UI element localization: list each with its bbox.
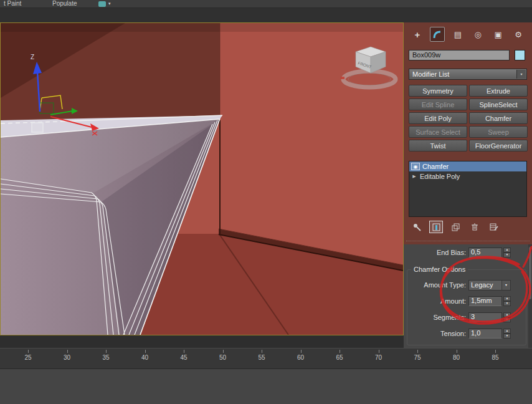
spinner-down-icon[interactable]: ▼ [503, 252, 511, 257]
end-bias-label: End Bias: [404, 249, 468, 256]
modifier-button-edit-spline: Edit Spline [409, 99, 467, 110]
chamfer-parameters-rollout: End Bias: 0,5 ▲▼ Chamfer Options Amount … [404, 244, 532, 348]
spinner-down-icon[interactable]: ▼ [503, 317, 511, 322]
modifier-stack: ◉ Chamfer ▶ Editable Poly [409, 161, 527, 217]
top-vignette [1, 23, 403, 32]
timeline-tick-mark [457, 350, 457, 353]
timeline-tick-label: 60 [297, 354, 304, 361]
timeline-tick-label: 80 [453, 354, 460, 361]
object-name-field[interactable]: Box009w [409, 50, 510, 60]
timeline-tick-label: 70 [375, 354, 382, 361]
modifier-button-grid: Symmetry Extrude Edit Spline SplineSelec… [409, 85, 528, 152]
end-bias-row: End Bias: 0,5 ▲▼ [404, 247, 528, 258]
hierarchy-tab-icon[interactable]: ▤ [450, 27, 465, 42]
timeline-tick-label: 55 [258, 354, 265, 361]
timeline-tick-mark [223, 350, 224, 353]
timeline-tick-label: 25 [24, 354, 31, 361]
timeline-tick-label: 30 [64, 354, 70, 361]
command-panel-tabs: + ▤ ◎ ▣ ⚙ [406, 26, 530, 42]
stack-item-editable-poly[interactable]: ▶ Editable Poly [409, 171, 526, 181]
3ds-max-window: t Paint Populate ▾ [0, 0, 532, 404]
chevron-down-icon: ▾ [501, 281, 510, 290]
vertex-marker-square[interactable] [32, 123, 43, 132]
rollout-separator [406, 241, 530, 241]
timeline-tick-mark [495, 350, 496, 353]
amount-type-value: Legacy [471, 281, 493, 289]
timeline-tick-mark [301, 350, 302, 353]
viewcube-compass-tick [341, 77, 344, 79]
segments-field[interactable]: 3 [468, 312, 502, 322]
pin-stack-icon[interactable] [410, 221, 424, 233]
end-bias-spinner[interactable]: ▲▼ [503, 248, 511, 257]
modifier-button-splineselect[interactable]: SplineSelect [469, 99, 528, 110]
amount-type-dropdown[interactable]: Legacy ▾ [468, 280, 511, 291]
toolbar-strip [0, 8, 532, 22]
amount-label: Amount: [404, 297, 468, 305]
end-bias-field[interactable]: 0,5 [468, 248, 502, 257]
menu-bar: t Paint Populate ▾ [0, 0, 532, 8]
timeline-tick-label: 45 [180, 354, 187, 361]
object-color-swatch[interactable] [515, 50, 525, 60]
display-tab-icon[interactable]: ▣ [491, 27, 506, 42]
amount-spinner[interactable]: ▲▼ [503, 296, 511, 306]
chamfer-options-title: Chamfer Options [411, 266, 468, 273]
timeline-tick-label: 35 [102, 354, 109, 361]
menu-item-object-paint[interactable]: t Paint [4, 0, 21, 7]
timeline-track-bar[interactable]: 25303540455055606570758085 [0, 348, 532, 369]
expand-arrow-icon[interactable]: ▶ [411, 174, 417, 179]
timeline-tick-mark [67, 350, 68, 353]
stack-item-label: Editable Poly [420, 173, 460, 180]
make-unique-icon[interactable] [449, 221, 462, 233]
amount-field[interactable]: 1,5mm [468, 296, 502, 306]
timeline-tick-label: 50 [219, 354, 226, 361]
remove-modifier-trash-icon[interactable] [468, 221, 482, 233]
scrollbar-thumb[interactable] [529, 247, 531, 299]
spinner-down-icon[interactable]: ▼ [503, 334, 511, 339]
modifier-button-chamfer[interactable]: Chamfer [469, 112, 528, 124]
timeline-tick-mark [184, 350, 184, 353]
tension-field[interactable]: 1,0 [468, 329, 502, 339]
modifier-button-surface-select: Surface Select [409, 126, 467, 138]
utilities-tab-icon[interactable]: ⚙ [511, 27, 526, 42]
stack-item-chamfer[interactable]: ◉ Chamfer [409, 161, 526, 171]
stack-item-label: Chamfer [422, 163, 449, 170]
create-tab-icon[interactable]: + [410, 27, 425, 42]
modifier-button-symmetry[interactable]: Symmetry [409, 85, 467, 97]
segments-row: Segments: 3 ▲▼ [404, 312, 528, 323]
modifier-button-edit-poly[interactable]: Edit Poly [409, 112, 467, 124]
segments-spinner[interactable]: ▲▼ [503, 312, 511, 322]
modifier-button-twist[interactable]: Twist [409, 140, 467, 152]
tension-row: Tension: 1,0 ▲▼ [404, 328, 528, 339]
modifier-list-label: Modifier List [412, 70, 449, 78]
menu-item-populate[interactable]: Populate [52, 0, 77, 7]
spinner-up-icon[interactable]: ▲ [503, 248, 511, 252]
timeline-tick-mark [417, 350, 418, 353]
panel-scrollbar[interactable] [528, 244, 532, 348]
modify-curve-icon [432, 29, 442, 39]
spinner-up-icon[interactable]: ▲ [503, 296, 511, 301]
modify-tab-icon[interactable] [430, 27, 445, 42]
viewport-3d[interactable]: Z FRONT [0, 22, 404, 335]
tension-spinner[interactable]: ▲▼ [503, 329, 511, 339]
timeline-tick-label: 75 [414, 354, 420, 361]
segments-label: Segments: [404, 314, 468, 321]
timeline-tick-label: 85 [492, 354, 498, 361]
motion-tab-icon[interactable]: ◎ [470, 27, 485, 42]
modifier-button-sweep: Sweep [469, 126, 528, 138]
spinner-up-icon[interactable]: ▲ [503, 312, 511, 317]
show-end-result-icon[interactable] [429, 221, 443, 233]
modifier-button-floorgenerator[interactable]: FloorGenerator [469, 140, 528, 152]
timeline-tick-mark [379, 350, 379, 353]
amount-type-label: Amount Type: [404, 281, 468, 289]
timeline-tick-label: 65 [336, 354, 343, 361]
tension-label: Tension: [404, 330, 468, 337]
modifier-button-extrude[interactable]: Extrude [469, 85, 528, 97]
chevron-down-icon[interactable]: ▾ [108, 0, 111, 7]
configure-modifier-sets-icon[interactable] [487, 221, 501, 233]
visibility-eye-icon[interactable]: ◉ [411, 163, 420, 170]
modifier-list-dropdown[interactable]: Modifier List ▾ [409, 69, 527, 80]
menu-tool-icon[interactable] [98, 1, 106, 7]
spinner-up-icon[interactable]: ▲ [503, 329, 511, 334]
status-bar: + X: 11235,288 Y: 20118,693 Z: 910,0mm ▾… [0, 369, 532, 404]
spinner-down-icon[interactable]: ▼ [503, 301, 511, 306]
